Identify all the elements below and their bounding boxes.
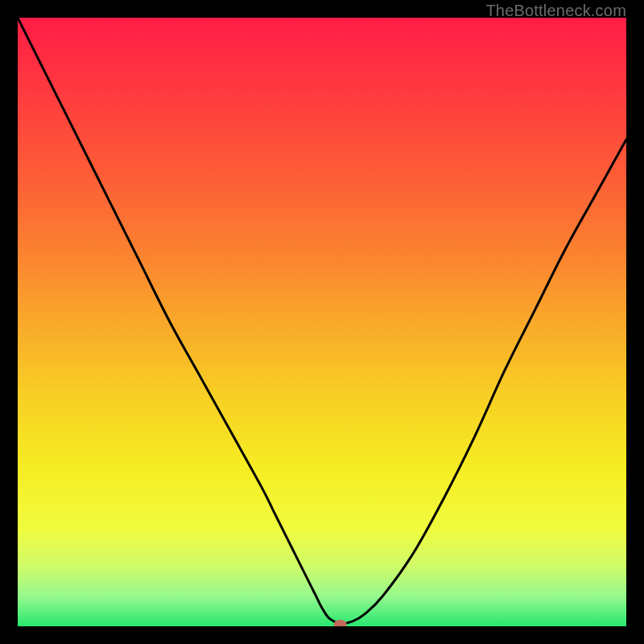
chart-frame: TheBottleneck.com [0, 0, 644, 644]
chart-plot-area [18, 18, 626, 626]
gradient-background [18, 18, 626, 626]
chart-svg [18, 18, 626, 626]
watermark-text: TheBottleneck.com [485, 2, 626, 20]
